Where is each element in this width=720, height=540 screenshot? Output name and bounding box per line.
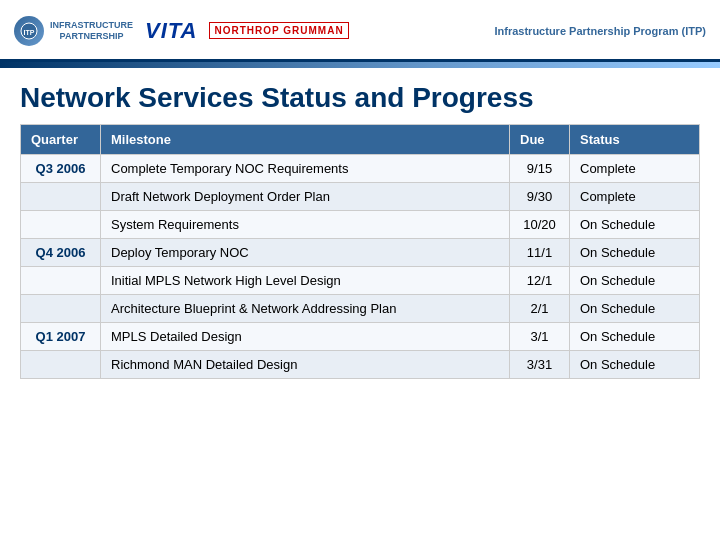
header: ITP INFRASTRUCTUREPARTNERSHIP VITA NORTH… <box>0 0 720 62</box>
cell-milestone: Architecture Blueprint & Network Address… <box>101 295 510 323</box>
ng-logo: NORTHROP GRUMMAN <box>209 22 348 39</box>
cell-due: 3/31 <box>510 351 570 379</box>
col-quarter: Quarter <box>21 125 101 155</box>
cell-status: Complete <box>570 155 700 183</box>
cell-milestone: Complete Temporary NOC Requirements <box>101 155 510 183</box>
table-row: Q1 2007MPLS Detailed Design3/1On Schedul… <box>21 323 700 351</box>
cell-due: 2/1 <box>510 295 570 323</box>
cell-status: Complete <box>570 183 700 211</box>
logos-container: ITP INFRASTRUCTUREPARTNERSHIP VITA NORTH… <box>14 16 349 46</box>
cell-due: 9/15 <box>510 155 570 183</box>
table-row: Richmond MAN Detailed Design3/31On Sched… <box>21 351 700 379</box>
cell-milestone: Initial MPLS Network High Level Design <box>101 267 510 295</box>
cell-quarter <box>21 211 101 239</box>
cell-due: 11/1 <box>510 239 570 267</box>
col-due: Due <box>510 125 570 155</box>
cell-quarter <box>21 351 101 379</box>
vita-logo: VITA <box>145 18 197 44</box>
cell-status: On Schedule <box>570 351 700 379</box>
cell-milestone: Deploy Temporary NOC <box>101 239 510 267</box>
col-status: Status <box>570 125 700 155</box>
page-title: Network Services Status and Progress <box>0 68 720 124</box>
cell-quarter <box>21 183 101 211</box>
table-row: Q3 2006Complete Temporary NOC Requiremen… <box>21 155 700 183</box>
cell-status: On Schedule <box>570 239 700 267</box>
table-row: System Requirements10/20On Schedule <box>21 211 700 239</box>
itp-logo: ITP INFRASTRUCTUREPARTNERSHIP <box>14 16 133 46</box>
cell-status: On Schedule <box>570 267 700 295</box>
cell-due: 9/30 <box>510 183 570 211</box>
col-milestone: Milestone <box>101 125 510 155</box>
cell-status: On Schedule <box>570 323 700 351</box>
cell-milestone: MPLS Detailed Design <box>101 323 510 351</box>
cell-milestone: Draft Network Deployment Order Plan <box>101 183 510 211</box>
cell-due: 10/20 <box>510 211 570 239</box>
cell-due: 3/1 <box>510 323 570 351</box>
cell-milestone: System Requirements <box>101 211 510 239</box>
table-container: Quarter Milestone Due Status Q3 2006Comp… <box>0 124 720 389</box>
itp-logo-icon: ITP <box>14 16 44 46</box>
cell-status: On Schedule <box>570 211 700 239</box>
cell-quarter: Q4 2006 <box>21 239 101 267</box>
cell-quarter <box>21 295 101 323</box>
table-row: Draft Network Deployment Order Plan9/30C… <box>21 183 700 211</box>
cell-quarter: Q1 2007 <box>21 323 101 351</box>
cell-quarter <box>21 267 101 295</box>
itp-logo-text: INFRASTRUCTUREPARTNERSHIP <box>50 20 133 42</box>
program-title: Infrastructure Partnership Program (ITP) <box>495 25 707 37</box>
table-row: Architecture Blueprint & Network Address… <box>21 295 700 323</box>
cell-due: 12/1 <box>510 267 570 295</box>
cell-status: On Schedule <box>570 295 700 323</box>
table-row: Initial MPLS Network High Level Design12… <box>21 267 700 295</box>
cell-quarter: Q3 2006 <box>21 155 101 183</box>
table-header-row: Quarter Milestone Due Status <box>21 125 700 155</box>
cell-milestone: Richmond MAN Detailed Design <box>101 351 510 379</box>
status-table: Quarter Milestone Due Status Q3 2006Comp… <box>20 124 700 379</box>
table-row: Q4 2006Deploy Temporary NOC11/1On Schedu… <box>21 239 700 267</box>
svg-text:ITP: ITP <box>24 29 35 36</box>
